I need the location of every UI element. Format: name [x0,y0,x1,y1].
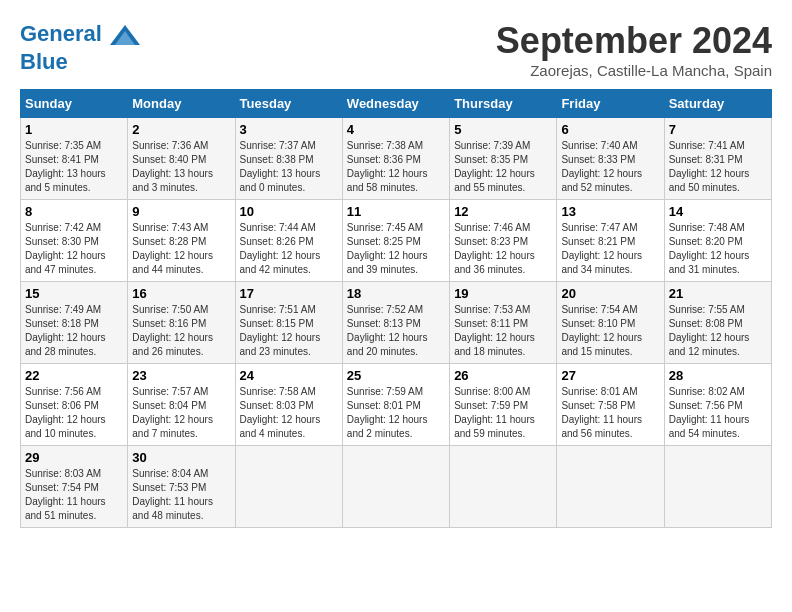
calendar-day-9: 9Sunrise: 7:43 AMSunset: 8:28 PMDaylight… [128,200,235,282]
calendar-day-5: 5Sunrise: 7:39 AMSunset: 8:35 PMDaylight… [450,118,557,200]
day-info: Sunrise: 7:37 AMSunset: 8:38 PMDaylight:… [240,139,338,195]
day-number: 9 [132,204,230,219]
day-number: 4 [347,122,445,137]
calendar-day-17: 17Sunrise: 7:51 AMSunset: 8:15 PMDayligh… [235,282,342,364]
header-monday: Monday [128,90,235,118]
day-info: Sunrise: 7:43 AMSunset: 8:28 PMDaylight:… [132,221,230,277]
day-number: 29 [25,450,123,465]
calendar-week-3: 22Sunrise: 7:56 AMSunset: 8:06 PMDayligh… [21,364,772,446]
calendar-day-4: 4Sunrise: 7:38 AMSunset: 8:36 PMDaylight… [342,118,449,200]
calendar-day-14: 14Sunrise: 7:48 AMSunset: 8:20 PMDayligh… [664,200,771,282]
page-header: General Blue September 2024 Zaorejas, Ca… [20,20,772,79]
day-info: Sunrise: 7:38 AMSunset: 8:36 PMDaylight:… [347,139,445,195]
day-info: Sunrise: 7:44 AMSunset: 8:26 PMDaylight:… [240,221,338,277]
calendar-day-20: 20Sunrise: 7:54 AMSunset: 8:10 PMDayligh… [557,282,664,364]
day-number: 22 [25,368,123,383]
header-wednesday: Wednesday [342,90,449,118]
day-info: Sunrise: 7:50 AMSunset: 8:16 PMDaylight:… [132,303,230,359]
calendar-day-2: 2Sunrise: 7:36 AMSunset: 8:40 PMDaylight… [128,118,235,200]
day-number: 16 [132,286,230,301]
calendar-day-10: 10Sunrise: 7:44 AMSunset: 8:26 PMDayligh… [235,200,342,282]
day-info: Sunrise: 7:42 AMSunset: 8:30 PMDaylight:… [25,221,123,277]
calendar-week-4: 29Sunrise: 8:03 AMSunset: 7:54 PMDayligh… [21,446,772,528]
calendar-day-26: 26Sunrise: 8:00 AMSunset: 7:59 PMDayligh… [450,364,557,446]
day-info: Sunrise: 7:53 AMSunset: 8:11 PMDaylight:… [454,303,552,359]
calendar-week-2: 15Sunrise: 7:49 AMSunset: 8:18 PMDayligh… [21,282,772,364]
day-number: 1 [25,122,123,137]
calendar-day-6: 6Sunrise: 7:40 AMSunset: 8:33 PMDaylight… [557,118,664,200]
header-sunday: Sunday [21,90,128,118]
day-number: 18 [347,286,445,301]
day-number: 20 [561,286,659,301]
day-info: Sunrise: 7:54 AMSunset: 8:10 PMDaylight:… [561,303,659,359]
empty-cell [450,446,557,528]
header-saturday: Saturday [664,90,771,118]
day-info: Sunrise: 7:48 AMSunset: 8:20 PMDaylight:… [669,221,767,277]
day-info: Sunrise: 7:57 AMSunset: 8:04 PMDaylight:… [132,385,230,441]
calendar-day-28: 28Sunrise: 8:02 AMSunset: 7:56 PMDayligh… [664,364,771,446]
day-number: 17 [240,286,338,301]
calendar-day-8: 8Sunrise: 7:42 AMSunset: 8:30 PMDaylight… [21,200,128,282]
logo-subtext: Blue [20,50,140,74]
calendar-day-30: 30Sunrise: 8:04 AMSunset: 7:53 PMDayligh… [128,446,235,528]
calendar-day-1: 1Sunrise: 7:35 AMSunset: 8:41 PMDaylight… [21,118,128,200]
calendar-week-1: 8Sunrise: 7:42 AMSunset: 8:30 PMDaylight… [21,200,772,282]
day-info: Sunrise: 7:51 AMSunset: 8:15 PMDaylight:… [240,303,338,359]
calendar-day-12: 12Sunrise: 7:46 AMSunset: 8:23 PMDayligh… [450,200,557,282]
day-number: 11 [347,204,445,219]
calendar-day-18: 18Sunrise: 7:52 AMSunset: 8:13 PMDayligh… [342,282,449,364]
calendar-day-22: 22Sunrise: 7:56 AMSunset: 8:06 PMDayligh… [21,364,128,446]
day-number: 14 [669,204,767,219]
calendar-day-13: 13Sunrise: 7:47 AMSunset: 8:21 PMDayligh… [557,200,664,282]
day-number: 24 [240,368,338,383]
header-tuesday: Tuesday [235,90,342,118]
day-info: Sunrise: 7:55 AMSunset: 8:08 PMDaylight:… [669,303,767,359]
calendar-day-11: 11Sunrise: 7:45 AMSunset: 8:25 PMDayligh… [342,200,449,282]
calendar-day-24: 24Sunrise: 7:58 AMSunset: 8:03 PMDayligh… [235,364,342,446]
logo: General Blue [20,20,140,74]
day-number: 28 [669,368,767,383]
day-number: 12 [454,204,552,219]
title-block: September 2024 Zaorejas, Castille-La Man… [496,20,772,79]
day-info: Sunrise: 8:00 AMSunset: 7:59 PMDaylight:… [454,385,552,441]
day-number: 3 [240,122,338,137]
day-info: Sunrise: 7:40 AMSunset: 8:33 PMDaylight:… [561,139,659,195]
day-number: 25 [347,368,445,383]
day-info: Sunrise: 8:04 AMSunset: 7:53 PMDaylight:… [132,467,230,523]
empty-cell [664,446,771,528]
day-info: Sunrise: 8:03 AMSunset: 7:54 PMDaylight:… [25,467,123,523]
day-info: Sunrise: 8:02 AMSunset: 7:56 PMDaylight:… [669,385,767,441]
calendar-day-7: 7Sunrise: 7:41 AMSunset: 8:31 PMDaylight… [664,118,771,200]
day-info: Sunrise: 7:36 AMSunset: 8:40 PMDaylight:… [132,139,230,195]
day-number: 13 [561,204,659,219]
calendar-week-0: 1Sunrise: 7:35 AMSunset: 8:41 PMDaylight… [21,118,772,200]
day-number: 26 [454,368,552,383]
day-number: 30 [132,450,230,465]
month-title: September 2024 [496,20,772,62]
day-info: Sunrise: 7:56 AMSunset: 8:06 PMDaylight:… [25,385,123,441]
location: Zaorejas, Castille-La Mancha, Spain [496,62,772,79]
day-info: Sunrise: 7:39 AMSunset: 8:35 PMDaylight:… [454,139,552,195]
logo-text: General [20,20,140,50]
day-info: Sunrise: 7:41 AMSunset: 8:31 PMDaylight:… [669,139,767,195]
day-number: 21 [669,286,767,301]
calendar-day-27: 27Sunrise: 8:01 AMSunset: 7:58 PMDayligh… [557,364,664,446]
day-info: Sunrise: 7:47 AMSunset: 8:21 PMDaylight:… [561,221,659,277]
day-number: 7 [669,122,767,137]
day-info: Sunrise: 8:01 AMSunset: 7:58 PMDaylight:… [561,385,659,441]
calendar-day-15: 15Sunrise: 7:49 AMSunset: 8:18 PMDayligh… [21,282,128,364]
day-info: Sunrise: 7:35 AMSunset: 8:41 PMDaylight:… [25,139,123,195]
day-number: 15 [25,286,123,301]
empty-cell [557,446,664,528]
day-info: Sunrise: 7:52 AMSunset: 8:13 PMDaylight:… [347,303,445,359]
day-number: 23 [132,368,230,383]
day-number: 19 [454,286,552,301]
day-number: 10 [240,204,338,219]
calendar-day-25: 25Sunrise: 7:59 AMSunset: 8:01 PMDayligh… [342,364,449,446]
day-number: 5 [454,122,552,137]
header-friday: Friday [557,90,664,118]
header-row: SundayMondayTuesdayWednesdayThursdayFrid… [21,90,772,118]
day-number: 27 [561,368,659,383]
empty-cell [235,446,342,528]
empty-cell [342,446,449,528]
